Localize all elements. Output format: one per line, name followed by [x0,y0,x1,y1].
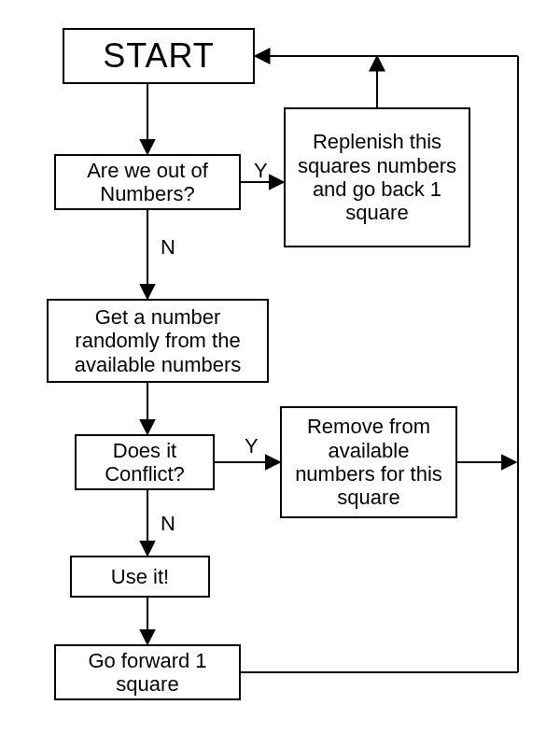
process-replenish-label: Replenish this squares numbers and go ba… [293,130,461,224]
start-node: START [63,28,255,84]
process-use-it: Use it! [70,556,210,598]
process-get-number: Get a number randomly from the available… [47,299,269,383]
edge-label-conflict-no: N [161,512,175,536]
process-go-forward: Go forward 1 square [54,644,241,700]
edge-label-conflict-yes: Y [245,434,259,458]
decision-conflict-label: Does it Conflict? [84,439,205,486]
process-use-it-label: Use it! [111,565,169,588]
process-replenish: Replenish this squares numbers and go ba… [284,107,470,247]
flowchart-canvas: START Are we out of Numbers? Replenish t… [0,0,560,747]
process-remove-label: Remove from available numbers for this s… [289,415,448,509]
start-label: START [103,36,215,75]
edge-label-outnum-yes: Y [254,159,268,183]
process-get-number-label: Get a number randomly from the available… [56,305,259,376]
process-remove: Remove from available numbers for this s… [280,406,457,518]
decision-out-of-numbers: Are we out of Numbers? [54,154,241,210]
decision-out-of-numbers-label: Are we out of Numbers? [63,159,231,206]
process-go-forward-label: Go forward 1 square [63,649,231,697]
edge-label-outnum-no: N [161,235,175,260]
decision-conflict: Does it Conflict? [75,434,215,490]
